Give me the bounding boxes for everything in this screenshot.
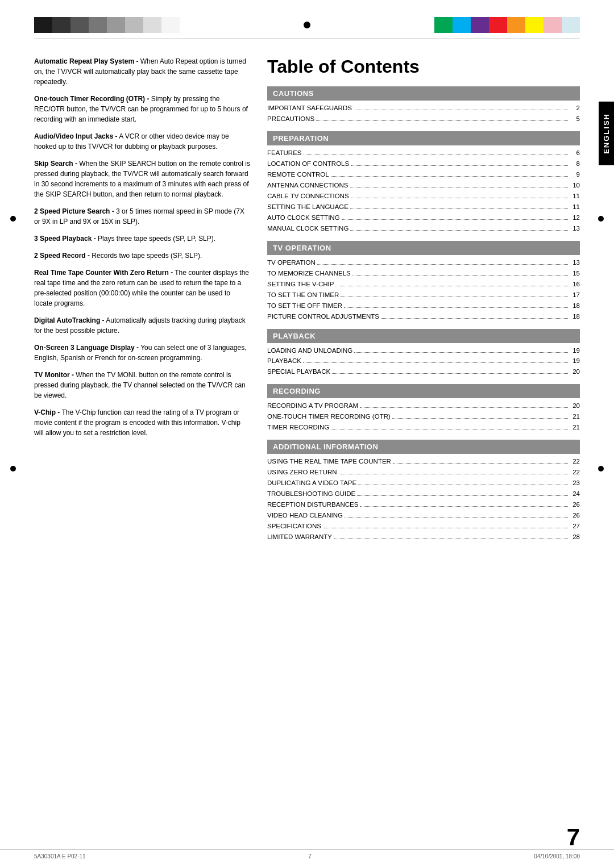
toc-entry-label: RECORDING A TV PROGRAM [267,400,358,411]
feature-paragraph: 2 Speed Record - Records two tape speeds… [34,251,250,261]
toc-entry-page: 17 [570,290,580,301]
grayscale-block [89,17,107,33]
toc-entry-dots [351,165,568,166]
toc-entry-page: 12 [570,212,580,223]
feature-paragraph: Automatic Repeat Play System - When Auto… [34,56,250,87]
toc-entry-page: 19 [570,356,580,366]
toc-entry-dots [317,264,568,265]
toc-entry: PICTURE CONTROL ADJUSTMENTS18 [267,311,580,322]
toc-entry-page: 13 [570,257,580,268]
toc-entry-page: 18 [570,301,580,311]
feature-paragraph: V-Chip - The V-Chip function can read th… [34,407,250,438]
toc-entry: PRECAUTIONS5 [267,114,580,124]
toc-entry-label: CABLE TV CONNECTIONS [267,191,349,202]
toc-entry: LIMITED WARRANTY28 [267,532,580,542]
footer-right: 04/10/2001, 18:00 [534,853,580,859]
toc-entry: TROUBLESHOOTING GUIDE24 [267,489,580,499]
toc-entry-dots [360,506,568,507]
toc-entry-dots [339,474,568,474]
toc-title: Table of Contents [267,56,580,77]
right-column: ENGLISH Table of Contents CAUTIONSIMPORT… [267,56,580,549]
toc-entry-dots [316,120,568,121]
toc-entry: LOCATION OF CONTROLS8 [267,158,580,169]
toc-entry-page: 13 [570,223,580,234]
toc-entry-label: PICTURE CONTROL ADJUSTMENTS [267,311,379,322]
toc-entry-label: VIDEO HEAD CLEANING [267,510,343,521]
footer-left: 5A30301A E P02-11 [34,853,86,859]
toc-entry: RECEPTION DISTURBANCES26 [267,499,580,510]
toc-entry: MANUAL CLOCK SETTING13 [267,223,580,234]
toc-entry: AUTO CLOCK SETTING12 [267,212,580,223]
toc-entry-label: TIMER RECORDING [267,422,329,433]
toc-entry: TO SET THE ON TIMER17 [267,290,580,301]
toc-entry-page: 28 [570,532,580,542]
toc-entry-dots [341,297,568,297]
toc-entry: SPECIFICATIONS27 [267,521,580,532]
toc-entry-label: AUTO CLOCK SETTING [267,212,340,223]
toc-section-additional_information: ADDITIONAL INFORMATIONUSING THE REAL TIM… [267,440,580,542]
toc-sections: CAUTIONSIMPORTANT SAFEGUARDS2PRECAUTIONS… [267,86,580,542]
toc-entry-page: 15 [570,268,580,279]
color-block [544,17,562,33]
toc-entry-page: 26 [570,510,580,521]
toc-entry: LOADING AND UNLOADING19 [267,345,580,356]
toc-entry-page: 19 [570,345,580,356]
color-block [434,17,453,33]
toc-entry: USING THE REAL TIME TAPE COUNTER22 [267,456,580,467]
toc-entry-dots [352,275,568,276]
toc-entry-label: REMOTE CONTROL [267,169,329,180]
toc-entry-label: PRECAUTIONS [267,114,314,124]
toc-entry-page: 5 [570,114,580,124]
color-block [453,17,471,33]
toc-entry-label: ONE-TOUCH TIMER RECORDING (OTR) [267,411,391,422]
toc-entry-label: TO SET THE ON TIMER [267,290,339,301]
toc-entry-page: 8 [570,158,580,169]
feature-paragraph: 2 Speed Picture Search - 3 or 5 times no… [34,206,250,227]
toc-entry-label: TV OPERATION [267,257,316,268]
toc-entry-dots [357,495,568,496]
toc-entry-label: TO SET THE OFF TIMER [267,301,342,311]
toc-entry: DUPLICATING A VIDEO TAPE23 [267,478,580,489]
side-dot-left-mid [10,216,16,222]
toc-entry-page: 24 [570,489,580,499]
grayscale-block [70,17,89,33]
color-block [489,17,507,33]
toc-entry: RECORDING A TV PROGRAM20 [267,400,580,411]
toc-entry-dots [354,352,568,353]
page-number: 7 [567,824,580,851]
toc-entry-dots [331,176,568,177]
toc-entry-page: 26 [570,499,580,510]
feature-paragraph: Real Time Tape Counter With Zero Return … [34,268,250,308]
toc-entry-dots [393,463,568,464]
toc-entry-dots [344,307,568,308]
toc-entry-dots [342,219,568,220]
feature-paragraph: TV Monitor - When the TV MONI. button on… [34,370,250,400]
toc-entry: CABLE TV CONNECTIONS11 [267,191,580,202]
toc-entry: TO SET THE OFF TIMER18 [267,301,580,311]
toc-entry-page: 21 [570,422,580,433]
toc-entry-dots [350,208,568,209]
toc-section-preparation: PREPARATIONFEATURES6LOCATION OF CONTROLS… [267,131,580,234]
toc-entry-page: 23 [570,478,580,489]
english-tab: ENGLISH [599,102,614,165]
toc-entry-dots [332,373,568,374]
toc-entry-label: RECEPTION DISTURBANCES [267,499,358,510]
toc-entry-page: 10 [570,180,580,191]
toc-entry-label: USING THE REAL TIME TAPE COUNTER [267,456,391,467]
toc-entry-page: 6 [570,148,580,158]
toc-entry-page: 11 [570,191,580,202]
toc-entry-dots [304,155,569,155]
grayscale-block [107,17,125,33]
section-header-additional_information: ADDITIONAL INFORMATION [267,440,580,454]
color-block [507,17,525,33]
toc-entry: PLAYBACK19 [267,356,580,366]
section-header-recording: RECORDING [267,384,580,398]
section-header-tv_operation: TV OPERATION [267,241,580,255]
toc-entry: IMPORTANT SAFEGUARDS2 [267,103,580,114]
grayscale-block [34,17,52,33]
toc-entry: TV OPERATION13 [267,257,580,268]
toc-entry-dots [335,286,568,286]
toc-entry-page: 21 [570,411,580,422]
grayscale-block [161,17,180,33]
toc-entry-page: 2 [570,103,580,114]
